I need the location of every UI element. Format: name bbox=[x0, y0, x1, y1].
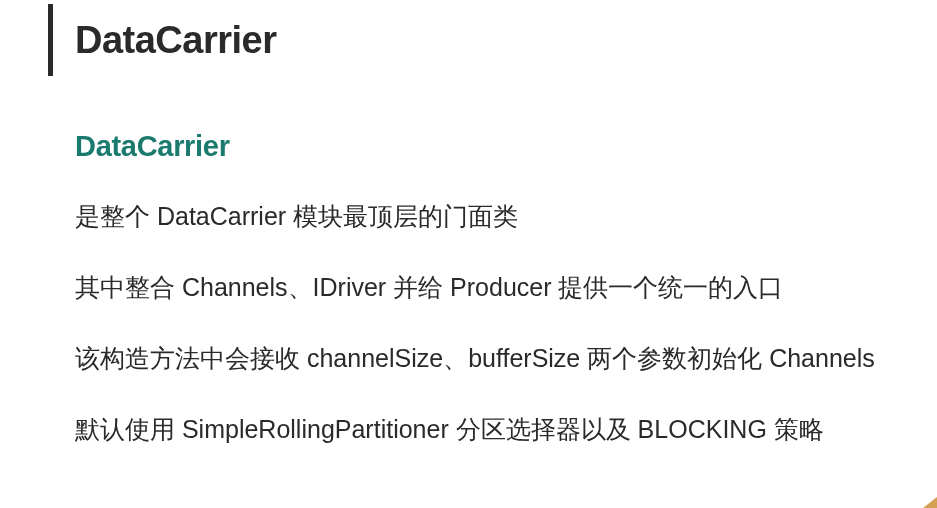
page-title: DataCarrier bbox=[75, 19, 277, 62]
title-accent-bar bbox=[48, 4, 53, 76]
paragraph: 是整个 DataCarrier 模块最顶层的门面类 bbox=[75, 199, 897, 234]
content-area: DataCarrier 是整个 DataCarrier 模块最顶层的门面类 其中… bbox=[0, 76, 937, 447]
corner-decoration bbox=[923, 497, 937, 508]
paragraph: 默认使用 SimpleRollingPartitioner 分区选择器以及 BL… bbox=[75, 412, 897, 447]
paragraph: 该构造方法中会接收 channelSize、bufferSize 两个参数初始化… bbox=[75, 341, 897, 376]
paragraph: 其中整合 Channels、IDriver 并给 Producer 提供一个统一… bbox=[75, 270, 897, 305]
section-subtitle: DataCarrier bbox=[75, 130, 897, 163]
page-title-container: DataCarrier bbox=[0, 0, 937, 76]
